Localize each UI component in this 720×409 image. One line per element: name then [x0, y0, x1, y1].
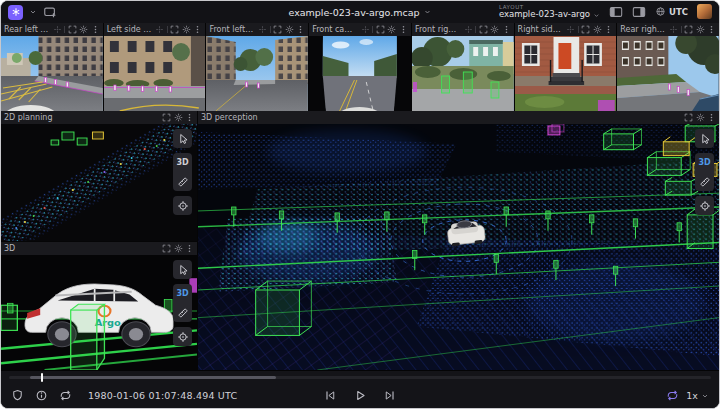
crosshair-icon[interactable] — [155, 25, 164, 34]
perception-viewport[interactable] — [198, 124, 719, 370]
add-panel-icon[interactable] — [43, 5, 57, 19]
toggle-3d-button[interactable]: 3D — [695, 153, 714, 172]
left-sidebar-toggle-icon[interactable] — [609, 5, 623, 19]
crosshair-icon[interactable] — [53, 25, 62, 34]
rear-right-camera-image[interactable] — [617, 36, 719, 111]
kebab-menu-icon[interactable] — [502, 25, 511, 34]
crosshair-icon[interactable] — [258, 25, 267, 34]
model3d-viewport[interactable]: Argo — [1, 255, 197, 370]
right-sidebar-toggle-icon[interactable] — [632, 5, 646, 19]
panel-header[interactable]: Rear right camera — [617, 23, 719, 36]
crosshair-icon[interactable] — [669, 25, 678, 34]
panel-header[interactable]: 3D — [1, 242, 197, 255]
timeline-track[interactable] — [9, 376, 711, 379]
fullscreen-icon[interactable] — [68, 25, 77, 34]
kebab-menu-icon[interactable] — [604, 25, 613, 34]
measure-tool-button[interactable] — [173, 303, 192, 322]
follow-mode-button[interactable] — [173, 196, 192, 215]
gear-icon[interactable] — [696, 113, 705, 122]
seek-forward-icon[interactable] — [384, 389, 397, 402]
fullscreen-icon[interactable] — [273, 25, 282, 34]
select-tool-button[interactable] — [173, 129, 192, 148]
layout-selector[interactable]: LAYOUT example-023-av-argo — [499, 4, 600, 20]
kebab-menu-icon[interactable] — [399, 25, 408, 34]
follow-mode-button[interactable] — [695, 196, 714, 215]
panel-rear-left-camera: Rear left camera — [1, 23, 103, 111]
playback-speed-selector[interactable]: 1x — [686, 390, 709, 401]
toggle-3d-button[interactable]: 3D — [173, 153, 192, 172]
gear-icon[interactable] — [182, 25, 191, 34]
front-right-camera-image[interactable] — [412, 36, 514, 111]
select-tool-button[interactable] — [695, 129, 714, 148]
gear-icon[interactable] — [285, 25, 294, 34]
panel-header[interactable]: 3D perception — [198, 111, 719, 124]
fullscreen-icon[interactable] — [162, 113, 171, 122]
viewport-toolbar: 3D — [173, 129, 192, 215]
crosshair-icon[interactable] — [464, 25, 473, 34]
app-logo-button[interactable] — [8, 5, 23, 20]
app-menu-chevron-icon[interactable] — [29, 8, 37, 16]
fullscreen-icon[interactable] — [581, 25, 590, 34]
kebab-menu-icon[interactable] — [296, 25, 305, 34]
kebab-menu-icon[interactable] — [185, 244, 194, 253]
left-side-camera-image[interactable] — [104, 36, 206, 111]
panel-header[interactable]: Right side camera — [515, 23, 617, 36]
measure-tool-button[interactable] — [695, 172, 714, 191]
gear-icon[interactable] — [387, 25, 396, 34]
kebab-menu-icon[interactable] — [707, 25, 716, 34]
measure-tool-button[interactable] — [173, 172, 192, 191]
planning-viewport[interactable] — [1, 124, 197, 241]
kebab-menu-icon[interactable] — [707, 113, 716, 122]
gear-icon[interactable] — [174, 113, 183, 122]
fullscreen-icon[interactable] — [170, 25, 179, 34]
mode-3d-label: 3D — [698, 158, 710, 167]
fullscreen-icon[interactable] — [684, 113, 693, 122]
right-side-camera-image[interactable] — [515, 36, 617, 111]
user-avatar[interactable] — [697, 4, 712, 19]
event-shield-icon[interactable] — [11, 389, 24, 402]
info-icon[interactable] — [35, 389, 48, 402]
crosshair-icon[interactable] — [566, 25, 575, 34]
select-tool-button[interactable] — [173, 260, 192, 279]
fullscreen-icon[interactable] — [479, 25, 488, 34]
panel-right-side-camera: Right side camera — [515, 23, 617, 111]
panel-header[interactable]: Rear left camera — [1, 23, 103, 36]
repeat-icon[interactable] — [59, 389, 72, 402]
crosshair-icon[interactable] — [361, 25, 370, 34]
kebab-menu-icon[interactable] — [193, 25, 202, 34]
playhead[interactable] — [41, 373, 43, 382]
panel-header[interactable]: Front right camera — [412, 23, 514, 36]
panel-title: Front left camera — [209, 25, 255, 34]
loop-icon[interactable] — [666, 389, 679, 402]
play-icon[interactable] — [354, 389, 367, 402]
gear-icon[interactable] — [696, 25, 705, 34]
fullscreen-icon[interactable] — [376, 25, 385, 34]
data-source-title[interactable]: example-023-av-argo.mcap — [288, 1, 431, 23]
panel-header[interactable]: 2D planning — [1, 111, 197, 124]
rear-left-camera-image[interactable] — [1, 36, 103, 111]
panel-header[interactable]: Front camera — [309, 23, 411, 36]
toggle-3d-button[interactable]: 3D — [173, 284, 192, 303]
follow-mode-button[interactable] — [173, 327, 192, 346]
gear-icon[interactable] — [490, 25, 499, 34]
panel-front-left-camera: Front left camera — [206, 23, 308, 111]
timezone-button[interactable]: UTC — [655, 6, 688, 17]
divider — [475, 26, 476, 33]
timeline-scrubber[interactable] — [1, 371, 719, 383]
divider — [270, 26, 271, 33]
kebab-menu-icon[interactable] — [185, 113, 194, 122]
seek-backward-icon[interactable] — [324, 389, 337, 402]
gear-icon[interactable] — [79, 25, 88, 34]
kebab-menu-icon[interactable] — [91, 25, 100, 34]
panel-title: Front right camera — [415, 25, 461, 34]
front-left-camera-image[interactable] — [206, 36, 308, 111]
gear-icon[interactable] — [174, 244, 183, 253]
gear-icon[interactable] — [593, 25, 602, 34]
foxglove-window: example-023-av-argo.mcap LAYOUT example-… — [0, 0, 720, 409]
front-camera-image[interactable] — [309, 36, 411, 111]
timezone-label: UTC — [669, 7, 688, 17]
fullscreen-icon[interactable] — [162, 244, 171, 253]
panel-header[interactable]: Front left camera — [206, 23, 308, 36]
panel-header[interactable]: Left side camera — [104, 23, 206, 36]
fullscreen-icon[interactable] — [684, 25, 693, 34]
